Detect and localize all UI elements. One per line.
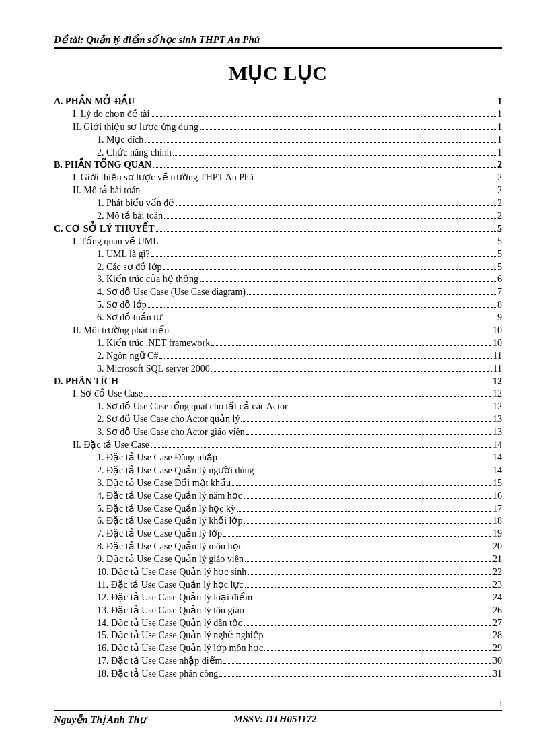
toc-entry: 1. Sơ đồ Use Case tổng quát cho tất cả c… — [54, 401, 502, 413]
toc-entry-label: I. Sơ đồ Use Case — [73, 388, 143, 401]
toc-leader — [244, 549, 491, 549]
toc-entry: 18. Đặc tả Use Case phân công 31 — [54, 668, 502, 681]
toc-entry-page: 15 — [492, 477, 502, 490]
toc-leader — [153, 167, 496, 168]
toc-entry: 2. Ngôn ngữ C# 11 — [54, 350, 502, 363]
toc-entry-label: II. Môi trường phát triển — [73, 324, 169, 337]
toc-entry-page: 5 — [497, 223, 502, 236]
toc-entry-label: 1. Phát biểu vấn đề — [97, 197, 174, 210]
toc-leader — [151, 447, 491, 448]
toc-leader — [256, 473, 491, 473]
toc-entry-page: 21 — [492, 553, 502, 566]
toc-entry: 13. Đặc tả Use Case Quản lý tôn giáo 26 — [54, 605, 502, 617]
toc-entry: 11. Đặc tả Use Case Quản lý học lực 23 — [54, 579, 502, 592]
toc-leader — [244, 625, 491, 626]
toc-leader — [223, 536, 491, 537]
toc-leader — [163, 269, 496, 270]
toc-entry-label: 2. Chức năng chính — [97, 147, 172, 160]
toc-entry-label: 7. Đặc tả Use Case Quản lý lớp — [97, 528, 222, 541]
toc-entry-page: 19 — [492, 528, 502, 541]
toc-leader — [246, 434, 491, 435]
toc-entry: 3. Sơ đồ Use Case cho Actor giáo viên 13 — [54, 426, 502, 439]
toc-entry: 2. Mô tả bài toán 2 — [54, 210, 502, 223]
toc-entry-label: 3. Kiến trúc của hệ thống — [97, 273, 198, 286]
toc-entry-page: 12 — [492, 376, 502, 388]
header-rule — [54, 47, 502, 49]
footer: Nguyễn Thị Anh Thư MSSV: DTH051172 — [54, 710, 502, 726]
toc-entry-page: 8 — [497, 299, 502, 312]
toc-leader — [247, 294, 496, 295]
toc-entry-page: 12 — [492, 401, 502, 413]
toc-entry-label: 8. Đặc tả Use Case Quản lý môn học — [97, 541, 243, 553]
toc-leader — [164, 218, 496, 219]
toc-entry: C. CƠ SỞ LÝ THUYẾT 5 — [54, 223, 502, 236]
toc-entry: 5. Sơ đồ lớp 8 — [54, 299, 502, 312]
toc-entry: 6. Đặc tả Use Case Quản lý khối lớp 18 — [54, 515, 502, 528]
toc-entry: 9. Đặc tả Use Case Quản lý giáo viên 21 — [54, 553, 502, 566]
toc-leader — [144, 396, 491, 397]
toc-leader — [151, 256, 496, 257]
toc-entry: 1. Mục đích 1 — [54, 134, 502, 147]
toc-leader — [211, 345, 491, 346]
toc-entry-label: B. PHẦN TỔNG QUAN — [54, 159, 151, 172]
toc-entry-label: 4. Sơ đồ Use Case (Use Case diagram) — [97, 286, 246, 299]
toc-leader — [265, 638, 491, 638]
toc-leader — [248, 574, 491, 575]
toc-entry-page: 14 — [492, 465, 502, 477]
toc-leader — [211, 371, 492, 372]
toc-entry: B. PHẦN TỔNG QUAN 2 — [54, 159, 502, 172]
toc-entry-label: II. Giới thiệu sơ lược ứng dụng — [73, 121, 198, 134]
toc-leader — [289, 409, 491, 409]
toc-leader — [244, 498, 491, 499]
toc-entry: 3. Kiến trúc của hệ thống 6 — [54, 273, 502, 286]
toc-leader — [120, 384, 491, 384]
toc-entry-label: 2. Mô tả bài toán — [97, 210, 163, 223]
toc-entry: 2. Sơ đồ Use Case cho Actor quản lý 13 — [54, 413, 502, 426]
toc-entry: I. Tổng quan về UML 5 — [54, 236, 502, 248]
toc-entry-page: 29 — [492, 642, 502, 655]
toc-entry: 3. Đặc tả Use Case Đổi mật khẩu 15 — [54, 477, 502, 490]
toc-entry-label: 1. Kiến trúc .NET framework — [97, 337, 210, 350]
toc-entry-page: 1 — [497, 121, 502, 134]
toc-entry-label: 2. Đặc tả Use Case Quản lý người dùng — [97, 465, 254, 477]
toc-entry-page: 27 — [492, 617, 502, 630]
toc-entry: 6. Sơ đồ tuần tự 9 — [54, 312, 502, 324]
toc-entry-label: 2. Các sơ đồ lớp — [97, 261, 162, 274]
toc-entry-label: 18. Đặc tả Use Case phân công — [97, 668, 218, 681]
toc-entry-label: II. Mô tả bài toán — [73, 184, 140, 197]
toc-leader — [159, 358, 491, 359]
toc-entry-page: 2 — [497, 184, 502, 197]
toc-entry-page: 2 — [497, 197, 502, 210]
toc-entry-page: 17 — [492, 503, 502, 516]
toc-entry: 3. Microsoft SQL server 2000 11 — [54, 363, 502, 376]
toc-entry: 15. Đặc tả Use Case Quản lý nghề nghiệp … — [54, 629, 502, 642]
toc-entry-label: 5. Đặc tả Use Case Quản lý học kỳ — [97, 503, 235, 516]
toc-entry: 14. Đặc tả Use Case Quản lý dân tộc 27 — [54, 617, 502, 630]
toc-entry-page: 5 — [497, 236, 502, 248]
toc-entry: 10. Đặc tả Use Case Quản lý học sinh 22 — [54, 566, 502, 579]
toc-entry-page: 26 — [492, 605, 502, 617]
toc-entry-page: 11 — [493, 363, 502, 376]
footer-mssv: MSSV: DTH051172 — [233, 714, 317, 726]
toc-entry-page: 5 — [497, 248, 502, 261]
toc-leader — [136, 104, 496, 104]
toc-entry-label: 10. Đặc tả Use Case Quản lý học sinh — [97, 566, 246, 579]
toc-leader — [163, 320, 496, 320]
toc-leader — [223, 663, 491, 664]
toc-entry: 8. Đặc tả Use Case Quản lý môn học 20 — [54, 541, 502, 553]
toc-entry: I. Giới thiệu sơ lược về trường THPT An … — [54, 172, 502, 184]
toc-entry-label: 16. Đặc tả Use Case Quản lý lớp môn học — [97, 642, 263, 655]
toc-leader — [245, 587, 492, 588]
header-title: Đề tài: Quản lý điểm số học sinh THPT An… — [54, 34, 502, 46]
toc-entry-page: 6 — [497, 273, 502, 286]
toc-leader — [200, 129, 496, 130]
toc-entry: 1. Kiến trúc .NET framework 10 — [54, 337, 502, 350]
toc-entry-label: 1. Sơ đồ Use Case tổng quát cho tất cả c… — [97, 401, 288, 413]
toc-leader — [151, 116, 496, 117]
toc-leader — [232, 485, 491, 486]
footer-author: Nguyễn Thị Anh Thư — [54, 714, 146, 726]
toc-leader — [245, 561, 491, 562]
toc-leader — [141, 193, 496, 193]
toc-entry-label: I. Giới thiệu sơ lược về trường THPT An … — [73, 172, 254, 184]
toc-entry-page: 1 — [497, 134, 502, 147]
